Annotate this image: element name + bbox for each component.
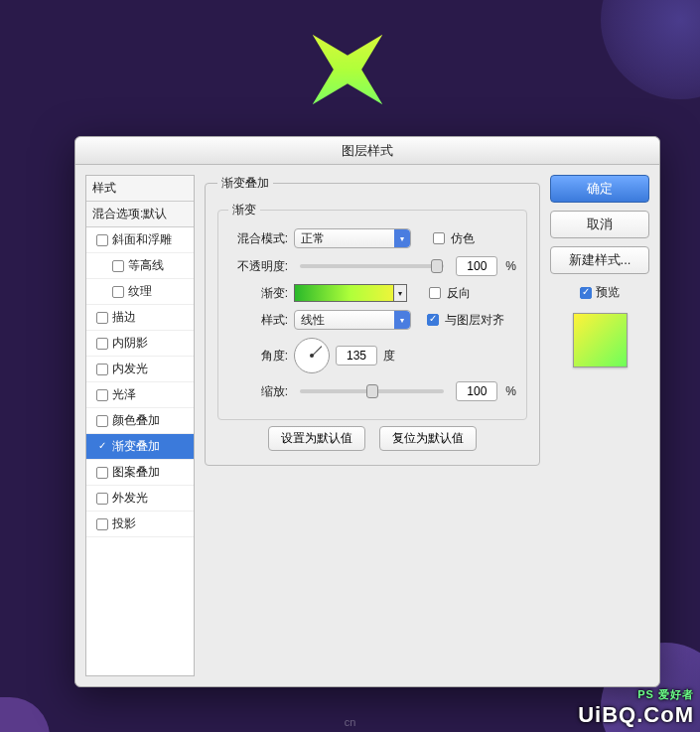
style-item-2[interactable]: 纹理 — [86, 279, 194, 305]
style-item-0[interactable]: 斜面和浮雕 — [86, 227, 194, 253]
style-item-5[interactable]: 内发光 — [86, 357, 194, 382]
style-select[interactable]: 线性 ▾ — [294, 310, 411, 330]
watermark: PS 爱好者 UiBQ.CoM — [578, 691, 694, 728]
style-item-label: 内阴影 — [112, 335, 148, 352]
styles-list-panel: 样式 混合选项:默认 斜面和浮雕等高线纹理描边内阴影内发光光泽颜色叠加渐变叠加图… — [85, 175, 195, 676]
style-item-label: 颜色叠加 — [112, 412, 160, 429]
bg-circle-top — [601, 0, 700, 99]
percent-sign: % — [505, 259, 516, 273]
gradient-label: 渐变: — [228, 285, 288, 302]
style-checkbox[interactable] — [96, 389, 108, 401]
style-item-1[interactable]: 等高线 — [86, 253, 194, 279]
style-checkbox[interactable] — [96, 234, 108, 246]
style-checkbox[interactable] — [96, 518, 108, 530]
style-checkbox[interactable] — [96, 338, 108, 350]
angle-label: 角度: — [228, 348, 288, 365]
chevron-down-icon: ▾ — [394, 229, 410, 247]
style-item-8[interactable]: 渐变叠加 — [86, 434, 194, 460]
angle-dial[interactable] — [294, 338, 330, 373]
bg-shape-bottom-left — [0, 697, 50, 732]
set-default-button[interactable]: 设置为默认值 — [268, 426, 365, 451]
preview-swatch — [573, 313, 628, 367]
style-item-label: 内发光 — [112, 361, 148, 377]
reverse-checkbox[interactable] — [429, 287, 441, 299]
gradient-inner-group: 渐变 混合模式: 正常 ▾ 仿色 不透明度: — [217, 202, 527, 420]
blending-options-default[interactable]: 混合选项:默认 — [86, 202, 194, 227]
styles-header[interactable]: 样式 — [86, 176, 194, 202]
style-checkbox[interactable] — [96, 493, 108, 505]
style-checkbox[interactable] — [96, 441, 108, 453]
style-item-label: 纹理 — [128, 283, 152, 300]
style-checkbox[interactable] — [112, 260, 124, 272]
opacity-slider[interactable] — [300, 264, 444, 268]
style-item-label: 光泽 — [112, 386, 136, 403]
style-item-11[interactable]: 投影 — [86, 512, 194, 537]
opacity-label: 不透明度: — [228, 258, 288, 275]
action-panel: 确定 取消 新建样式... 预览 — [550, 175, 649, 676]
chevron-down-icon[interactable]: ▾ — [393, 284, 407, 302]
style-item-label: 等高线 — [128, 257, 164, 274]
preview-checkbox[interactable] — [580, 287, 592, 299]
align-with-layer-checkbox[interactable] — [427, 314, 439, 326]
chevron-down-icon: ▾ — [394, 311, 410, 329]
style-checkbox[interactable] — [96, 415, 108, 427]
reset-default-button[interactable]: 复位为默认值 — [379, 426, 477, 451]
scale-label: 缩放: — [228, 383, 288, 400]
sparkle-graphic — [288, 10, 407, 129]
gradient-overlay-group: 渐变叠加 渐变 混合模式: 正常 ▾ 仿色 不透明度: — [205, 175, 540, 466]
style-item-3[interactable]: 描边 — [86, 305, 194, 331]
angle-unit: 度 — [383, 348, 395, 365]
style-item-label: 图案叠加 — [112, 464, 160, 481]
reverse-label: 反向 — [447, 285, 471, 302]
style-item-label: 外发光 — [112, 490, 148, 507]
inner-legend: 渐变 — [228, 202, 260, 219]
blend-mode-select[interactable]: 正常 ▾ — [294, 228, 411, 248]
style-checkbox[interactable] — [96, 312, 108, 324]
layer-style-dialog: 图层样式 样式 混合选项:默认 斜面和浮雕等高线纹理描边内阴影内发光光泽颜色叠加… — [74, 136, 660, 687]
angle-input[interactable] — [336, 346, 377, 366]
group-legend: 渐变叠加 — [217, 175, 273, 192]
dialog-title: 图层样式 — [75, 137, 659, 165]
gradient-picker[interactable]: ▾ — [294, 284, 407, 302]
style-item-label: 渐变叠加 — [112, 438, 160, 455]
dither-checkbox[interactable] — [433, 232, 445, 244]
style-item-7[interactable]: 颜色叠加 — [86, 408, 194, 434]
scale-input[interactable] — [456, 381, 497, 401]
style-item-10[interactable]: 外发光 — [86, 486, 194, 512]
style-checkbox[interactable] — [96, 467, 108, 479]
style-item-4[interactable]: 内阴影 — [86, 331, 194, 357]
style-label: 样式: — [228, 312, 288, 329]
style-item-label: 斜面和浮雕 — [112, 231, 172, 248]
preview-label: 预览 — [596, 284, 620, 301]
cancel-button[interactable]: 取消 — [550, 211, 649, 238]
opacity-input[interactable] — [456, 256, 497, 276]
new-style-button[interactable]: 新建样式... — [550, 246, 649, 274]
style-item-6[interactable]: 光泽 — [86, 382, 194, 408]
blend-mode-label: 混合模式: — [228, 230, 288, 247]
scale-slider[interactable] — [300, 389, 444, 393]
percent-sign-2: % — [505, 384, 516, 398]
style-checkbox[interactable] — [96, 364, 108, 375]
dither-label: 仿色 — [451, 230, 475, 247]
style-item-9[interactable]: 图案叠加 — [86, 460, 194, 486]
style-item-label: 描边 — [112, 309, 136, 326]
style-item-label: 投影 — [112, 515, 136, 532]
footer-mark: cn — [345, 716, 356, 728]
ok-button[interactable]: 确定 — [550, 175, 649, 203]
style-checkbox[interactable] — [112, 286, 124, 298]
settings-panel: 渐变叠加 渐变 混合模式: 正常 ▾ 仿色 不透明度: — [205, 175, 540, 676]
align-with-layer-label: 与图层对齐 — [445, 312, 504, 329]
